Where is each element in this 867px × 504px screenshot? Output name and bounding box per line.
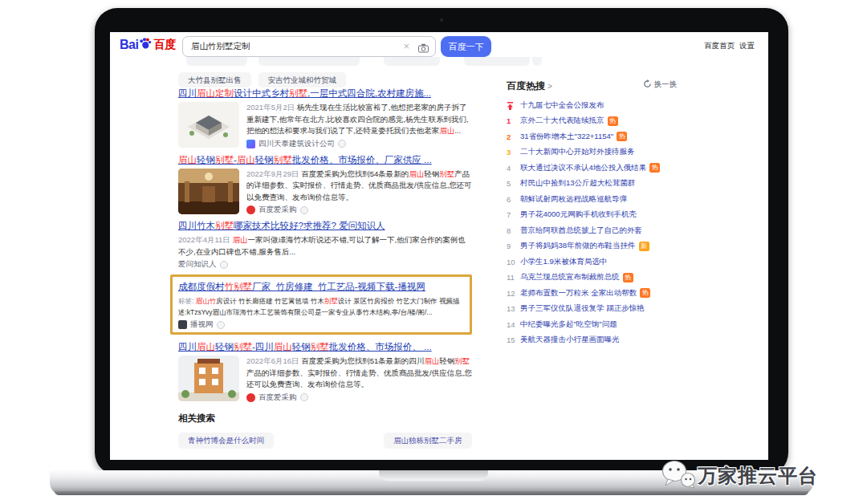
hot-item-link[interactable]: 联大通过决议不承认4地公投入俄结果: [520, 163, 646, 173]
hot-item-link[interactable]: 二十大新闻中心开始对外接待服务: [520, 147, 635, 157]
hot-search-item: 1京外二十大代表陆续抵京热: [507, 116, 677, 126]
result-title-link[interactable]: 四川竹木别墅哪家技术比较好?求推荐? 爱问知识人: [178, 220, 472, 231]
result-title-link[interactable]: 四川眉山定制设计中式乡村别墅,一层中式四合院,农村建房施...: [178, 87, 472, 99]
source-more-icon[interactable]: [338, 140, 346, 148]
snippet-text: 别墅: [324, 297, 338, 305]
title-text: 批发价格、市场报价、 ...: [329, 342, 432, 352]
result-text-block: 标签: 眉山竹房设计 竹长廊搭建 竹艺篱笆墙 竹木别墅设计 景区竹房报价 竹艺大…: [178, 295, 463, 330]
hot-badge: 热: [617, 132, 627, 141]
snippet-text: ...: [454, 126, 461, 135]
title-text: 别墅: [234, 342, 252, 352]
hot-item-link[interactable]: 小学生1.9米被体育局选中: [520, 257, 607, 267]
hot-item-link[interactable]: 中纪委曝光多起"吃空饷"问题: [520, 319, 617, 330]
source-name[interactable]: 播视网: [190, 319, 214, 330]
result-snippet: 2022年6月16日 百度爱采购为您找到51条最新的四川眉山轻钢别墅产品的详细参…: [246, 356, 472, 391]
source-name[interactable]: 四川天泰建筑设计公司: [258, 139, 335, 149]
hot-item-link[interactable]: 村民山中捡到13公斤超大松茸菌群: [520, 178, 636, 189]
hot-rank: 1: [507, 116, 520, 125]
hot-rank: 8: [507, 226, 520, 235]
source-more-icon[interactable]: [220, 261, 228, 269]
result-source-row: 百度爱采购: [246, 205, 472, 215]
title-text: 竹别墅: [225, 282, 253, 291]
hot-badge: 热: [623, 273, 633, 282]
related-search-chips: 青神竹博会是什么时间眉山独栋别墅二手房: [178, 433, 472, 450]
hot-search-item: 10小学生1.9米被体育局选中: [507, 257, 677, 266]
refresh-hot-search[interactable]: 换一换: [643, 79, 678, 90]
hot-search-panel: 百度热搜> 换一换 十九届七中全会公报发布1京外二十大代表陆续抵京热231省份昨…: [507, 78, 677, 351]
snippet-text: 百度爱采购为您找到54条最新的: [301, 169, 409, 178]
nav-baidu-home[interactable]: 百度首页: [704, 41, 735, 51]
search-button[interactable]: 百度一下: [441, 36, 491, 57]
result-title-link[interactable]: 眉山轻钢别墅-眉山轻钢别墅批发价格、市场报价、厂家供应 ...: [178, 154, 472, 165]
source-favicon-icon: [246, 393, 255, 402]
hot-search-item: 9男子将妈妈38年前做的布鞋当挂件新: [507, 242, 677, 251]
hot-item-link[interactable]: 普京给阿联酋总统披上了自己的外套: [520, 226, 642, 236]
search-result: 四川眉山定制设计中式乡村别墅,一层中式四合院,农村建房施...2021年5月2日…: [178, 87, 472, 149]
hot-badge: 热: [649, 163, 660, 173]
hot-search-title[interactable]: 百度热搜: [507, 80, 545, 91]
clipped-chip[interactable]: [186, 57, 247, 66]
source-more-icon[interactable]: [300, 206, 308, 214]
hot-search-item: 13男子三军仪仗队退役复学 踢正步惊艳: [507, 304, 677, 314]
camera-search-icon[interactable]: [418, 42, 429, 56]
hot-item-link[interactable]: 京外二十大代表陆续抵京: [520, 116, 604, 126]
result-thumbnail[interactable]: [178, 356, 239, 401]
result-title-link[interactable]: 成都度假村竹别墅厂家_竹房修建_竹工艺品-视频下载-播视网: [178, 281, 463, 292]
hot-item-link[interactable]: 31省份昨增本土"322+1154": [520, 132, 613, 142]
title-text: 眉山定制: [197, 88, 234, 98]
snippet-text: 别墅: [454, 356, 470, 365]
result-text-block: 2022年4月11日 眉山一家叫做璟海竹木听说还不错,可以了解一下,他们家合作的…: [178, 234, 472, 270]
refresh-label: 换一换: [654, 79, 678, 90]
hot-rank: 13: [507, 304, 520, 313]
clipped-chip[interactable]: [258, 57, 360, 66]
result-snippet: 2022年4月11日 眉山一家叫做璟海竹木听说还不错,可以了解一下,他们家合作的…: [178, 234, 472, 258]
hot-item-link[interactable]: 乌克兰现总统宣布制裁前总统: [520, 272, 620, 282]
related-search-chip[interactable]: 青神竹博会是什么时间: [178, 433, 274, 449]
search-input[interactable]: [182, 36, 436, 57]
title-text: ,一层中式四合院,农村建房施...: [307, 88, 431, 98]
source-more-icon[interactable]: [217, 321, 225, 329]
title-text: 成都度假村: [178, 282, 225, 291]
clipped-chip[interactable]: [464, 57, 530, 66]
source-more-icon[interactable]: [300, 393, 308, 401]
result-text-block: 2021年5月2日 杨先生现在生活比较富裕了,他想把老家的房子拆了重新建下,他常…: [246, 102, 472, 149]
hot-search-item: 十九届七中全会公报发布: [507, 100, 677, 110]
hot-rank: 14: [507, 320, 520, 329]
nav-settings[interactable]: 设置: [739, 41, 755, 51]
title-text: 四川: [178, 342, 197, 352]
filter-chip[interactable]: 安吉竹业城和竹贸城: [258, 72, 347, 87]
baidu-logo[interactable]: Bai 百度: [120, 37, 176, 53]
hot-item-link[interactable]: 男子三军仪仗队退役复学 踢正步惊艳: [520, 303, 645, 314]
hot-item-link[interactable]: 男子花4000元网购手机收到手机壳: [520, 209, 637, 220]
hot-rank: 12: [507, 289, 520, 298]
title-text: 批发价格、市场报价、厂家供应 ...: [292, 155, 432, 165]
webcam-dot: [440, 18, 443, 22]
clear-search-icon[interactable]: ×: [403, 40, 409, 52]
hot-item-link[interactable]: 朝鲜试射两枚远程战略巡航导弹: [520, 194, 627, 205]
hot-rank: 2: [507, 132, 520, 141]
source-name[interactable]: 爱问知识人: [178, 259, 217, 270]
title-text: 轻钢: [292, 342, 311, 352]
title-text: 轻钢: [197, 155, 215, 165]
result-thumbnail[interactable]: [178, 169, 239, 214]
hot-search-item: 231省份昨增本土"322+1154"热: [507, 132, 677, 141]
filter-chip[interactable]: 大竹县别墅出售: [178, 72, 251, 87]
related-search-chip[interactable]: 眉山独栋别墅二手房: [384, 433, 472, 449]
search-result: 四川眉山轻钢别墅-四川眉山轻钢别墅批发价格、市场报价、 ...2022年6月16…: [178, 341, 472, 403]
clipped-chip[interactable]: [384, 57, 440, 66]
result-thumbnail[interactable]: [178, 102, 239, 148]
hot-search-item: 5村民山中捡到13公斤超大松茸菌群: [507, 179, 677, 189]
title-text: 别墅: [274, 155, 292, 165]
result-title-link[interactable]: 四川眉山轻钢别墅-四川眉山轻钢别墅批发价格、市场报价、 ...: [178, 341, 472, 352]
hot-item-link[interactable]: 男子将妈妈38年前做的布鞋当挂件: [520, 241, 636, 251]
hot-item-link[interactable]: 老师布置数一万粒米 全家出动帮数: [520, 288, 637, 299]
result-text-block: 2022年9月29日 百度爱采购为您找到54条最新的眉山轻钢别墅产品的详细参数、…: [246, 169, 472, 216]
result-snippet: 标签: 眉山竹房设计 竹长廊搭建 竹艺篱笆墙 竹木别墅设计 景区竹房报价 竹艺大…: [178, 295, 463, 318]
hot-item-link[interactable]: 美航天器撞击小行星画面曝光: [520, 335, 620, 345]
source-name[interactable]: 百度爱采购: [258, 392, 297, 403]
result-body: 2022年9月29日 百度爱采购为您找到54条最新的眉山轻钢别墅产品的详细参数、…: [178, 169, 472, 216]
source-name[interactable]: 百度爱采购: [258, 205, 297, 215]
snippet-text: 2022年4月11日: [178, 235, 232, 244]
clipped-chip[interactable]: [532, 57, 542, 66]
hot-item-link[interactable]: 十九届七中全会公报发布: [520, 100, 604, 111]
